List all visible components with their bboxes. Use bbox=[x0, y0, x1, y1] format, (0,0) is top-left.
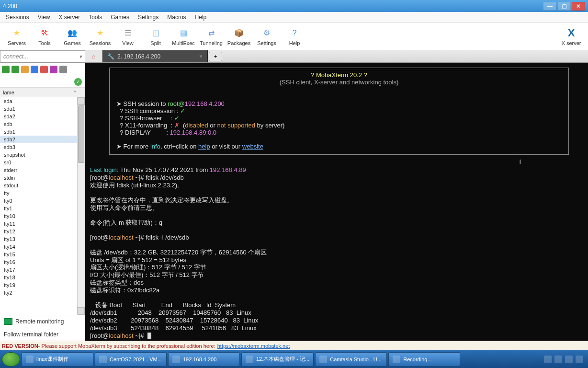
terminal[interactable]: ? MobaXterm 20.2 ? (SSH client, X-server… bbox=[85, 63, 588, 341]
tab-label: 2. 192.168.4.200 bbox=[117, 53, 160, 60]
wrench-icon: 🔧 bbox=[107, 53, 114, 60]
file-item-tty14[interactable]: tty14 bbox=[0, 243, 77, 251]
system-tray[interactable] bbox=[541, 356, 586, 363]
toolbar-multiexec[interactable]: ▦MultiExec bbox=[170, 23, 197, 49]
sidebar: ✓ lame ^ sdasda1sda2sdbsdb1sdb2sdb3snaps… bbox=[0, 63, 85, 341]
file-item-tty15[interactable]: tty15 bbox=[0, 251, 77, 258]
toolbar-servers[interactable]: ★Servers bbox=[3, 23, 31, 49]
text-caret-icon: I bbox=[519, 159, 521, 166]
menu-xserver[interactable]: X server bbox=[55, 13, 84, 22]
window-title: 4.200 bbox=[3, 3, 17, 10]
file-list[interactable]: sdasda1sda2sdbsdb1sdb2sdb3snapshotsr0std… bbox=[0, 97, 77, 315]
file-item-sda[interactable]: sda bbox=[0, 97, 77, 105]
file-item-tty18[interactable]: tty18 bbox=[0, 274, 77, 281]
taskbar-item[interactable]: 192.168.4.200 bbox=[168, 352, 240, 367]
toolbar: ★Servers🛠Tools👥Games★Sessions☰View◫Split… bbox=[0, 23, 588, 50]
taskbar-item[interactable]: Camtasia Studio - U... bbox=[315, 352, 387, 367]
file-item-tty1[interactable]: tty1 bbox=[0, 205, 77, 212]
file-item-tty12[interactable]: tty12 bbox=[0, 228, 77, 235]
tray-icon[interactable] bbox=[554, 356, 562, 363]
subscribe-link[interactable]: https://mobaxterm.mobatek.net bbox=[217, 343, 290, 349]
tray-icon[interactable] bbox=[565, 356, 573, 363]
session-tab-1[interactable]: 🔧 2. 192.168.4.200 × bbox=[102, 50, 208, 62]
file-item-tty[interactable]: tty bbox=[0, 189, 77, 197]
toolbar-xserver[interactable]: X X server bbox=[557, 23, 585, 49]
file-item-sda1[interactable]: sda1 bbox=[0, 105, 77, 113]
toolbar-view[interactable]: ☰View bbox=[114, 23, 142, 49]
file-item-stdout[interactable]: stdout bbox=[0, 182, 77, 189]
close-button[interactable]: ✕ bbox=[572, 2, 585, 11]
windows-taskbar: linux课件制作CentOS7-2021 - VM...192.168.4.2… bbox=[0, 350, 588, 368]
file-list-header[interactable]: lame ^ bbox=[0, 88, 85, 97]
file-list-scrollbar[interactable] bbox=[77, 97, 85, 315]
folder-icon[interactable] bbox=[21, 66, 29, 73]
toolbar-packages[interactable]: 📦Packages bbox=[225, 23, 253, 49]
menu-help[interactable]: Help bbox=[191, 13, 211, 22]
check-icon: ✓ bbox=[74, 78, 82, 86]
menu-sessions[interactable]: Sessions bbox=[2, 13, 33, 22]
file-item-stdin[interactable]: stdin bbox=[0, 174, 77, 182]
new-tab-button[interactable]: + bbox=[209, 52, 222, 61]
menu-view[interactable]: View bbox=[34, 13, 54, 22]
toolbar-settings[interactable]: ⚙Settings bbox=[253, 23, 281, 49]
toolbar-sessions[interactable]: ★Sessions bbox=[86, 23, 114, 49]
taskbar-item[interactable]: CentOS7-2021 - VM... bbox=[95, 352, 167, 367]
file-item-tty0[interactable]: tty0 bbox=[0, 197, 77, 205]
toolbar-help[interactable]: ?Help bbox=[281, 23, 308, 49]
taskbar-item[interactable]: Recording... bbox=[388, 352, 460, 367]
up-icon: ^ bbox=[74, 90, 76, 95]
refresh-icon[interactable] bbox=[31, 66, 38, 73]
toolbar-games[interactable]: 👥Games bbox=[58, 23, 86, 49]
tab-strip: connect... ▾ ⌂ 🔧 2. 192.168.4.200 × + bbox=[0, 50, 588, 63]
file-item-tty2[interactable]: tty2 bbox=[0, 289, 77, 297]
file-item-sr0[interactable]: sr0 bbox=[0, 159, 77, 166]
file-item-sdb[interactable]: sdb bbox=[0, 120, 77, 128]
toolbar-tools[interactable]: 🛠Tools bbox=[31, 23, 58, 49]
tab-close-icon[interactable]: × bbox=[199, 53, 203, 60]
taskbar-item[interactable]: linux课件制作 bbox=[22, 352, 93, 367]
sidebar-toolbar bbox=[0, 63, 85, 76]
file-item-sda2[interactable]: sda2 bbox=[0, 113, 77, 120]
toolbar-tunneling[interactable]: ⇄Tunneling bbox=[197, 23, 225, 49]
file-item-sdb3[interactable]: sdb3 bbox=[0, 143, 77, 151]
upload-icon[interactable] bbox=[2, 66, 10, 73]
menu-macros[interactable]: Macros bbox=[163, 13, 190, 22]
file-item-tty17[interactable]: tty17 bbox=[0, 266, 77, 274]
properties-icon[interactable] bbox=[50, 66, 57, 73]
file-item-stderr[interactable]: stderr bbox=[0, 166, 77, 174]
menu-games[interactable]: Games bbox=[107, 13, 133, 22]
maximize-button[interactable]: ▢ bbox=[557, 2, 571, 11]
red-version-label: RED VERSION bbox=[2, 343, 38, 349]
sftp-status: ✓ bbox=[0, 76, 85, 88]
banner-box: ? MobaXterm 20.2 ? (SSH client, X-server… bbox=[109, 68, 569, 155]
quick-connect-input[interactable]: connect... ▾ bbox=[0, 50, 85, 62]
toolbar-split[interactable]: ◫Split bbox=[142, 23, 170, 49]
terminal-cursor bbox=[147, 333, 151, 339]
file-item-snapshot[interactable]: snapshot bbox=[0, 151, 77, 159]
edit-icon[interactable] bbox=[59, 66, 67, 73]
start-button[interactable] bbox=[2, 352, 20, 367]
menu-settings[interactable]: Settings bbox=[134, 13, 162, 22]
tray-icon[interactable] bbox=[544, 356, 552, 363]
remote-monitoring-toggle[interactable]: Remote monitoring bbox=[0, 315, 85, 328]
monitor-icon bbox=[4, 318, 12, 325]
file-item-tty13[interactable]: tty13 bbox=[0, 235, 77, 243]
volume-icon[interactable] bbox=[576, 356, 583, 363]
home-tab[interactable]: ⌂ bbox=[85, 50, 102, 62]
delete-icon[interactable] bbox=[40, 66, 48, 73]
file-item-sdb2[interactable]: sdb2 bbox=[0, 136, 77, 143]
download-icon[interactable] bbox=[11, 66, 19, 73]
menu-tools[interactable]: Tools bbox=[85, 13, 106, 22]
file-item-sdb1[interactable]: sdb1 bbox=[0, 128, 77, 136]
minimize-button[interactable]: — bbox=[543, 2, 556, 11]
file-item-tty19[interactable]: tty19 bbox=[0, 281, 77, 289]
taskbar-item[interactable]: 12.基本磁盘管理 - 记... bbox=[241, 352, 314, 367]
file-item-tty16[interactable]: tty16 bbox=[0, 258, 77, 266]
unregistered-banner: RED VERSION - Please support MobaXterm b… bbox=[0, 341, 588, 350]
follow-terminal-folder[interactable]: Follow terminal folder bbox=[0, 328, 85, 341]
file-item-tty10[interactable]: tty10 bbox=[0, 212, 77, 220]
menubar: Sessions View X server Tools Games Setti… bbox=[0, 12, 588, 23]
window-titlebar: 4.200 — ▢ ✕ bbox=[0, 0, 588, 12]
file-item-tty11[interactable]: tty11 bbox=[0, 220, 77, 228]
